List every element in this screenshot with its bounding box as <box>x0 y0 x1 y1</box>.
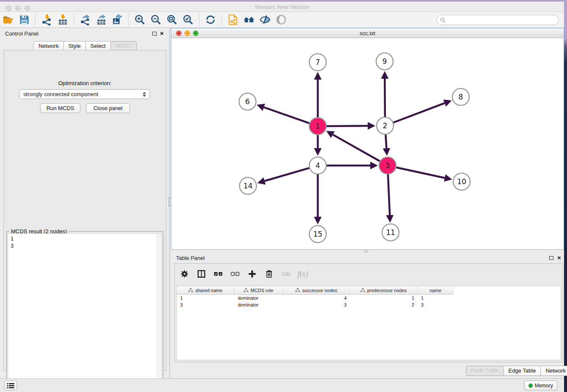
window-title: Session: New Session <box>0 4 564 10</box>
control-panel: Control Panel × NetworkStyleSelectMCDS O… <box>0 28 169 378</box>
export-image-icon[interactable] <box>110 13 124 27</box>
table-cell[interactable]: 1 <box>350 295 418 301</box>
edge-2-8[interactable] <box>394 103 445 123</box>
edge-2-3[interactable] <box>385 135 386 148</box>
toolbar-separator <box>221 14 222 26</box>
table-cell[interactable]: 1 <box>177 295 234 301</box>
node-table: shared nameMCDS rolesuccessor nodesprede… <box>176 286 561 360</box>
edge-2-9[interactable] <box>385 79 385 117</box>
chevron-updown-icon <box>143 92 146 97</box>
table-panel-content: f(x) shared nameMCDS rolesuccessor nodes… <box>174 263 563 362</box>
delete-icon[interactable] <box>264 268 275 279</box>
close-panel-icon[interactable]: × <box>160 30 164 37</box>
home-icons[interactable] <box>242 13 256 27</box>
column-header-MCDS-role[interactable]: MCDS role <box>234 286 283 295</box>
desktop-background-right <box>564 0 567 392</box>
criterion-value: strongly connected component <box>23 91 98 97</box>
mcds-result-text: 1 3 <box>11 235 14 249</box>
table-row[interactable]: 3dominator323 <box>177 301 561 308</box>
mcds-result-area[interactable]: 1 3 <box>8 233 162 390</box>
node-label: 15 <box>313 230 322 238</box>
search-input[interactable] <box>446 16 559 24</box>
edge-3-11[interactable] <box>388 174 390 215</box>
refresh-layout-icon[interactable] <box>203 13 217 27</box>
import-network-icon[interactable] <box>39 13 54 27</box>
edge-1-6[interactable] <box>264 108 310 124</box>
node-label: 2 <box>383 121 388 130</box>
mcds-panel: Optimization criterion: strongly connect… <box>3 50 166 371</box>
float-panel-icon[interactable] <box>152 32 157 36</box>
close-table-panel-icon[interactable]: × <box>557 254 561 261</box>
node-label: 1 <box>316 122 320 130</box>
tab-node-table[interactable]: Node Table <box>466 366 504 376</box>
table-header-row: shared nameMCDS rolesuccessor nodesprede… <box>177 286 561 295</box>
show-column-icon[interactable] <box>196 268 207 279</box>
import-table-icon[interactable] <box>55 13 70 27</box>
edge-4-14[interactable] <box>264 168 309 181</box>
table-panel-title: Table Panel <box>176 255 205 261</box>
table-cell[interactable]: dominator <box>234 295 283 301</box>
gear-icon[interactable] <box>179 268 190 279</box>
select-all-columns-icon[interactable] <box>213 268 224 279</box>
zoom-out-icon[interactable] <box>149 13 163 27</box>
tab-edge-table[interactable]: Edge Table <box>504 366 541 376</box>
show-panel-icon[interactable] <box>274 13 288 27</box>
network-view-window: × − + scc.txt 7968124314101511 <box>171 28 564 250</box>
tab-network-table[interactable]: Network Table <box>540 366 567 376</box>
table-cell[interactable]: 3 <box>418 302 454 307</box>
close-panel-button[interactable]: Close panel <box>86 103 130 113</box>
column-header-predecessor-nodes[interactable]: predecessor nodes <box>350 286 418 295</box>
list-icon <box>7 383 14 389</box>
table-tabs: Node TableEdge TableNetwork TableMotifs <box>466 366 567 376</box>
search-field[interactable] <box>436 15 559 25</box>
zoom-selected-icon[interactable] <box>181 13 195 27</box>
column-header-successor-nodes[interactable]: successor nodes <box>283 286 350 295</box>
table-body: 1dominator4113dominator323 <box>177 295 561 308</box>
float-table-panel-icon[interactable] <box>549 256 553 260</box>
table-cell[interactable]: 4 <box>283 295 350 301</box>
table-cell[interactable]: 2 <box>350 302 418 307</box>
criterion-select[interactable]: strongly connected component <box>19 89 150 99</box>
network-canvas[interactable]: 7968124314101511 <box>171 38 564 249</box>
new-network-icon[interactable] <box>226 13 240 27</box>
status-bar: Memory <box>0 378 564 392</box>
result-scrollbar[interactable] <box>157 234 162 389</box>
network-window-titlebar: × − + scc.txt <box>171 28 564 38</box>
hide-panel-icon[interactable] <box>258 13 272 27</box>
unselect-all-columns-icon[interactable] <box>230 268 241 279</box>
task-history-button[interactable] <box>4 381 17 390</box>
column-header-name[interactable]: name <box>418 286 454 295</box>
delete-table-icon[interactable] <box>281 268 292 279</box>
open-session-icon[interactable] <box>1 13 15 27</box>
zoom-in-icon[interactable] <box>132 13 147 27</box>
memory-label: Memory <box>535 383 553 389</box>
run-mcds-button[interactable]: Run MCDS <box>40 103 80 113</box>
edge-3-1[interactable] <box>333 135 380 161</box>
toolbar-separator <box>199 14 199 26</box>
zoom-fit-icon[interactable] <box>165 13 179 27</box>
node-label: 10 <box>457 177 466 186</box>
edge-3-10[interactable] <box>396 168 445 178</box>
node-label: 6 <box>245 97 250 106</box>
table-cell[interactable]: 3 <box>177 302 234 307</box>
column-header-shared-name[interactable]: shared name <box>177 286 234 295</box>
edge-1-2[interactable] <box>327 126 368 126</box>
table-panel-header: Table Panel × <box>171 252 564 264</box>
toolbar-separator <box>74 14 74 26</box>
export-table-icon[interactable] <box>94 13 108 27</box>
table-cell[interactable]: 1 <box>418 295 454 301</box>
export-network-icon[interactable] <box>78 13 92 27</box>
table-cell[interactable]: dominator <box>234 302 283 307</box>
toolbar-separator <box>35 14 36 26</box>
search-icon <box>440 17 446 23</box>
node-label: 3 <box>385 161 390 170</box>
node-label: 14 <box>243 182 253 190</box>
add-icon[interactable] <box>247 268 258 279</box>
optimization-criterion-label: Optimization criterion: <box>4 80 166 86</box>
table-row[interactable]: 1dominator411 <box>177 295 561 301</box>
horizontal-splitter-grip[interactable] <box>364 249 368 252</box>
function-builder-icon[interactable]: f(x) <box>297 270 308 279</box>
table-cell[interactable]: 3 <box>283 302 350 307</box>
memory-button[interactable]: Memory <box>524 381 557 390</box>
save-session-icon[interactable] <box>17 13 31 27</box>
